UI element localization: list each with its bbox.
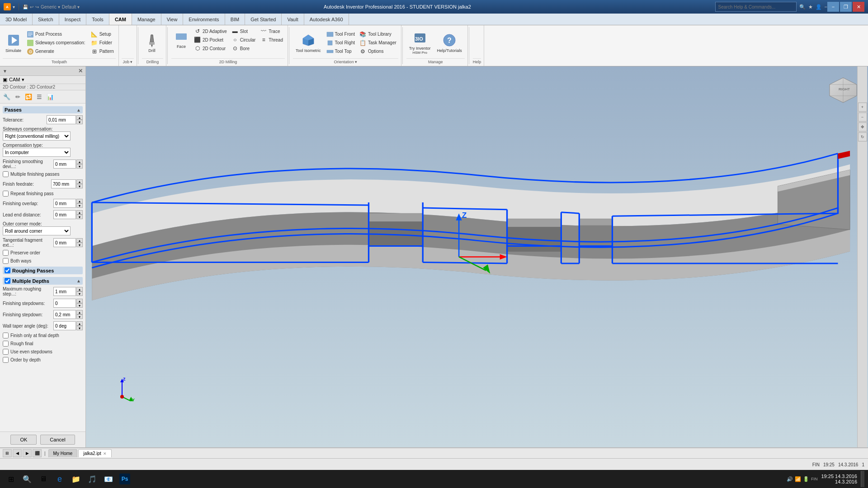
max-roughing-down[interactable]: ▼ <box>76 291 83 296</box>
lead-end-up[interactable]: ▲ <box>76 210 83 215</box>
thread-button[interactable]: ≡ Thread <box>258 36 285 44</box>
finishing-overlap-down[interactable]: ▼ <box>76 203 83 208</box>
bottom-btn-2[interactable]: ◀ <box>13 449 22 457</box>
sideways-comp-select[interactable]: Right (conventional milling) <box>3 131 71 141</box>
folder-button[interactable]: 📁 Folder <box>89 39 116 47</box>
wall-taper-up[interactable]: ▲ <box>76 321 83 326</box>
simulate-button[interactable]: Simulate <box>3 31 24 55</box>
start-button[interactable]: ⊞ <box>4 472 18 486</box>
ok-button[interactable]: OK <box>10 435 37 445</box>
orientation-group-label[interactable]: Orientation ▾ <box>293 58 398 64</box>
tab-3d-model[interactable]: 3D Model <box>0 14 33 25</box>
wall-taper-input[interactable] <box>53 321 76 330</box>
circular-button[interactable]: ○ Circular <box>230 36 257 44</box>
ie-button[interactable]: e <box>52 472 67 486</box>
minimize-button[interactable]: − <box>827 2 839 12</box>
finish-feedrate-up[interactable]: ▲ <box>76 179 83 184</box>
tab-tools[interactable]: Tools <box>86 14 109 25</box>
tab-manage[interactable]: Manage <box>132 14 161 25</box>
comp-type-select[interactable]: In computer <box>3 148 71 157</box>
multiple-depths-section-header[interactable]: Multiple Depths ▲ <box>3 277 83 285</box>
finishing-overlap-up[interactable]: ▲ <box>76 199 83 203</box>
preserve-order-checkbox[interactable] <box>3 250 9 256</box>
outer-corner-select[interactable]: Roll around corner <box>3 226 71 235</box>
my-home-tab[interactable]: My Home <box>48 449 78 457</box>
bottom-btn-4[interactable]: ⬛ <box>33 449 42 457</box>
tab-a360[interactable]: Autodesk A360 <box>304 14 349 25</box>
wall-taper-down[interactable]: ▼ <box>76 326 83 330</box>
pan-button[interactable]: ✥ <box>858 122 867 131</box>
order-by-depth-checkbox[interactable] <box>3 357 9 363</box>
post-process-button[interactable]: Post Process <box>25 30 87 38</box>
max-roughing-up[interactable]: ▲ <box>76 287 83 291</box>
tab-bim[interactable]: BIM <box>225 14 245 25</box>
cam-section-label[interactable]: ▣ CAM ▾ <box>0 76 85 84</box>
2d-adaptive-button[interactable]: ↺ 2D Adaptive <box>192 27 229 35</box>
finish-feedrate-down[interactable]: ▼ <box>76 184 83 188</box>
bottom-btn-3[interactable]: ▶ <box>23 449 32 457</box>
finishing-smooth-down[interactable]: ▼ <box>76 164 83 169</box>
cancel-button[interactable]: Cancel <box>40 435 75 445</box>
bottom-btn-1[interactable]: ⊞ <box>3 449 12 457</box>
tab-view[interactable]: View <box>161 14 184 25</box>
search-button[interactable]: 🔍 <box>20 472 34 486</box>
tool-top-button[interactable]: Tool Top <box>325 47 357 56</box>
tool-front-button[interactable]: Tool Front <box>325 30 357 38</box>
rotate-button[interactable]: ↻ <box>858 132 867 141</box>
rough-final-checkbox[interactable] <box>3 341 9 347</box>
task-manager-button[interactable]: 📋 Task Manager <box>358 39 398 47</box>
face-button[interactable]: Face <box>171 27 191 51</box>
slot-button[interactable]: ▬ Slot <box>230 27 257 35</box>
tool-library-button[interactable]: 📚 Tool Library <box>358 30 398 38</box>
use-even-checkbox[interactable] <box>3 349 9 355</box>
search-input[interactable] <box>715 2 797 12</box>
panel-tool-1[interactable]: 🔧 <box>2 92 12 102</box>
panel-tool-5[interactable]: 📊 <box>45 92 55 102</box>
panel-tool-3[interactable]: 🔁 <box>24 92 33 102</box>
finishing-smooth-up[interactable]: ▲ <box>76 160 83 164</box>
tool-right-button[interactable]: Tool Right <box>325 39 357 47</box>
tab-inspect[interactable]: Inspect <box>59 14 86 25</box>
panel-tool-4[interactable]: ☰ <box>34 92 44 102</box>
tang-fragment-input[interactable] <box>53 238 76 247</box>
help-tutorials-button[interactable]: ? Help/Tutorials <box>434 31 464 55</box>
app1-button[interactable]: 🎵 <box>85 472 99 486</box>
tolerance-down[interactable]: ▼ <box>76 120 83 124</box>
setup-button[interactable]: 📐 Setup <box>89 30 116 38</box>
zoom-out-button[interactable]: − <box>858 113 867 122</box>
tolerance-input[interactable] <box>47 115 76 124</box>
2d-contour-button[interactable]: ⬡ 2D Contour <box>192 44 229 52</box>
tab-sketch[interactable]: Sketch <box>33 14 59 25</box>
repeat-finishing-checkbox[interactable] <box>3 191 9 197</box>
panel-close-button[interactable]: ✕ <box>78 68 83 74</box>
roughing-passes-section-header[interactable]: Roughing Passes <box>3 267 83 274</box>
lead-end-down[interactable]: ▼ <box>76 215 83 219</box>
finishing-stepdowns-down[interactable]: ▼ <box>76 303 83 308</box>
both-ways-checkbox[interactable] <box>3 258 9 264</box>
tab-cam[interactable]: CAM <box>109 14 132 25</box>
passes-section-header[interactable]: Passes ▲ <box>3 106 83 113</box>
roughing-passes-checkbox[interactable] <box>5 267 10 273</box>
show-desktop-button[interactable] <box>861 471 864 487</box>
jalka2-tab-close[interactable]: ✕ <box>103 451 107 456</box>
finishing-stepdown-up[interactable]: ▲ <box>76 310 83 314</box>
generate-button[interactable]: ⚙ Generate <box>25 47 87 56</box>
finishing-stepdown-down[interactable]: ▼ <box>76 314 83 319</box>
finishing-stepdown-input[interactable] <box>53 310 76 319</box>
setup-sheet-button[interactable]: Sideways compensation: <box>25 39 87 47</box>
tab-vault[interactable]: Vault <box>282 14 304 25</box>
nav-cube[interactable]: RIGHT <box>827 75 859 107</box>
lead-end-input[interactable] <box>53 210 76 219</box>
multiple-finishing-checkbox[interactable] <box>3 171 9 177</box>
tang-fragment-down[interactable]: ▼ <box>76 243 83 247</box>
viewport[interactable]: Z RIGHT <box>86 66 868 447</box>
app2-button[interactable]: 📧 <box>101 472 116 486</box>
tang-fragment-up[interactable]: ▲ <box>76 238 83 243</box>
2d-pocket-button[interactable]: ⬛ 2D Pocket <box>192 36 229 44</box>
finishing-overlap-input[interactable] <box>53 199 76 208</box>
drill-button[interactable]: Drill <box>142 31 162 55</box>
zoom-in-button[interactable]: + <box>858 103 867 112</box>
tab-get-started[interactable]: Get Started <box>245 14 282 25</box>
finish-only-checkbox[interactable] <box>3 333 9 338</box>
finishing-stepdowns-input[interactable] <box>53 299 76 308</box>
